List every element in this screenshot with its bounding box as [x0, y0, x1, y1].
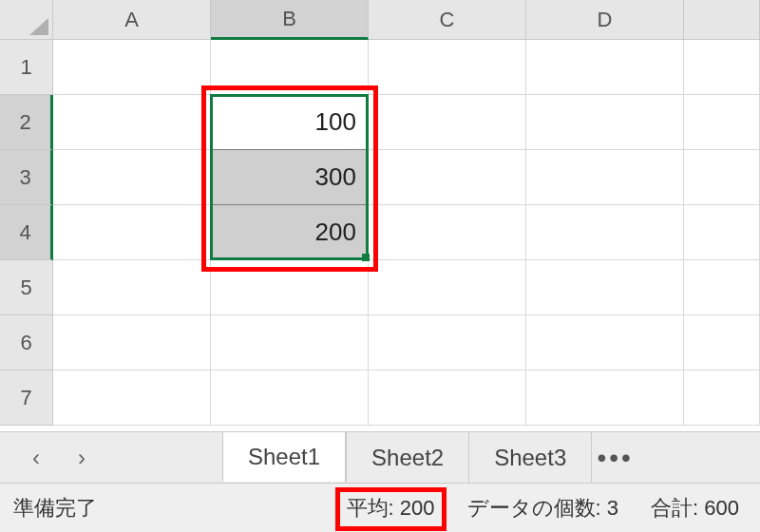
status-sum: 合計: 600 [643, 492, 747, 524]
row-header[interactable]: 5 [0, 260, 53, 315]
status-sum-value: 600 [704, 496, 739, 520]
sheet-nav-prev-button[interactable]: ‹ [17, 439, 55, 477]
row-header[interactable]: 6 [0, 315, 53, 370]
status-count-value: 3 [607, 496, 618, 520]
chevron-left-icon: ‹ [32, 445, 40, 471]
fill-handle[interactable] [362, 254, 370, 261]
column-header[interactable]: A [53, 0, 211, 40]
chevron-right-icon: › [78, 445, 86, 471]
cell-filler [684, 40, 760, 95]
cell[interactable] [53, 315, 211, 370]
cell-filler [684, 370, 760, 426]
cell[interactable] [369, 315, 526, 370]
status-count-label: データの個数: [467, 496, 601, 520]
sheet-tabs-more-button[interactable]: ••• [591, 432, 638, 483]
status-average: 平均: 200 [339, 492, 443, 524]
row-header[interactable]: 3 [0, 150, 53, 205]
cell-filler [684, 205, 760, 260]
status-sum-label: 合計: [651, 496, 698, 520]
cell[interactable] [526, 315, 684, 370]
cell[interactable] [526, 370, 684, 426]
status-average-value: 200 [400, 496, 435, 520]
sheet-tab[interactable]: Sheet1 [222, 431, 346, 482]
cell[interactable]: 100 [211, 95, 369, 150]
row-header[interactable]: 2 [0, 95, 53, 150]
status-count: データの個数: 3 [460, 492, 627, 524]
cell[interactable] [53, 205, 211, 260]
row-header[interactable]: 1 [0, 40, 53, 95]
cell-filler [684, 315, 760, 370]
column-headers: ABCD [53, 0, 760, 40]
cell[interactable] [369, 95, 526, 150]
cell[interactable] [53, 95, 211, 150]
status-average-label: 平均: [347, 496, 394, 520]
sheet-tab-strip: ‹ › Sheet1Sheet2Sheet3 ••• [0, 431, 760, 483]
status-bar: 準備完了 平均: 200 データの個数: 3 合計: 600 [0, 483, 760, 532]
cell-filler [684, 260, 760, 315]
column-header[interactable]: D [526, 0, 684, 40]
cell[interactable]: 300 [211, 150, 369, 205]
cell[interactable] [369, 205, 526, 260]
cell[interactable] [526, 150, 684, 205]
cell[interactable] [369, 260, 526, 315]
cell[interactable] [211, 315, 369, 370]
column-header[interactable]: B [211, 0, 369, 40]
cell[interactable] [526, 95, 684, 150]
cell-filler [684, 95, 760, 150]
cell-filler [684, 150, 760, 205]
cell[interactable] [53, 260, 211, 315]
cell[interactable] [211, 370, 369, 426]
sheet-tabs: Sheet1Sheet2Sheet3 [222, 432, 591, 483]
select-all-corner[interactable] [0, 0, 53, 40]
row-header[interactable]: 7 [0, 370, 53, 426]
column-header[interactable]: C [369, 0, 526, 40]
sheet-tab[interactable]: Sheet3 [468, 432, 591, 483]
row-headers: 1234567 [0, 40, 53, 431]
row-header[interactable]: 4 [0, 205, 53, 260]
cell[interactable]: 200 [211, 205, 369, 260]
cell[interactable] [211, 40, 369, 95]
status-ready-label: 準備完了 [13, 494, 97, 522]
cell[interactable] [526, 260, 684, 315]
sheet-nav-next-button[interactable]: › [63, 439, 101, 477]
cell[interactable] [369, 370, 526, 426]
cell[interactable] [526, 205, 684, 260]
column-header-filler [684, 0, 760, 40]
cell[interactable] [53, 150, 211, 205]
sheet-tab[interactable]: Sheet2 [346, 432, 468, 483]
cell[interactable] [53, 370, 211, 426]
cell[interactable] [526, 40, 684, 95]
cell[interactable] [369, 150, 526, 205]
cell[interactable] [369, 40, 526, 95]
cell[interactable] [211, 260, 369, 315]
ellipsis-icon: ••• [598, 443, 634, 473]
cells-area: 100300200 [53, 40, 760, 431]
worksheet-grid: ABCD 1234567 100300200 [0, 0, 760, 431]
cell[interactable] [53, 40, 211, 95]
